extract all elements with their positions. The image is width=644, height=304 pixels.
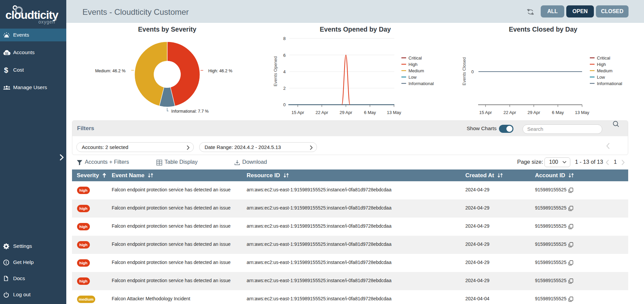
svg-text:101: 101 — [5, 53, 9, 55]
svg-text:0: 0 — [471, 69, 474, 74]
svg-text:8: 8 — [283, 36, 286, 41]
svg-text:Informational: Informational — [597, 81, 622, 86]
svg-text:High: 46.2 %: High: 46.2 % — [208, 69, 232, 73]
svg-text:Low: Low — [408, 75, 417, 80]
svg-text:0: 0 — [283, 102, 286, 107]
svg-text:High: High — [408, 62, 418, 67]
svg-text:6 May: 6 May — [552, 110, 564, 115]
svg-text:Medium: Medium — [408, 68, 424, 73]
svg-text:6: 6 — [283, 53, 286, 58]
svg-text:Events Opened: Events Opened — [273, 56, 278, 86]
svg-text:High: High — [597, 62, 606, 67]
svg-text:13 May: 13 May — [575, 110, 589, 115]
svg-text:4: 4 — [283, 69, 286, 74]
svg-text:Medium: 46.2 %: Medium: 46.2 % — [95, 69, 126, 73]
svg-text:$: $ — [4, 66, 8, 74]
svg-text:Critical: Critical — [408, 55, 422, 61]
svg-text:29 Apr: 29 Apr — [528, 110, 540, 115]
svg-text:15 Apr: 15 Apr — [291, 110, 304, 115]
svg-text:oxygen: oxygen — [38, 19, 55, 25]
svg-text:22 Apr: 22 Apr — [503, 110, 516, 115]
svg-text:22 Apr: 22 Apr — [316, 110, 328, 115]
svg-text:TM: TM — [54, 19, 57, 21]
svg-text:2: 2 — [283, 86, 286, 91]
svg-text:Informational: 7.7 %: Informational: 7.7 % — [171, 109, 209, 114]
svg-text:Events Opened by Day: Events Opened by Day — [320, 26, 391, 33]
svg-text:Events Closed by Day: Events Closed by Day — [509, 26, 577, 33]
svg-text:Critical: Critical — [597, 55, 610, 61]
svg-text:Medium: Medium — [597, 68, 612, 73]
svg-text:15 Apr: 15 Apr — [479, 110, 492, 115]
svg-text:6 May: 6 May — [364, 110, 376, 115]
svg-text:Events Closed: Events Closed — [462, 57, 467, 85]
svg-text:29 Apr: 29 Apr — [339, 110, 352, 115]
svg-text:Low: Low — [597, 75, 605, 80]
svg-text:Informational: Informational — [408, 81, 434, 86]
svg-text:Events by Severity: Events by Severity — [138, 26, 196, 33]
svg-text:13 May: 13 May — [387, 110, 401, 115]
